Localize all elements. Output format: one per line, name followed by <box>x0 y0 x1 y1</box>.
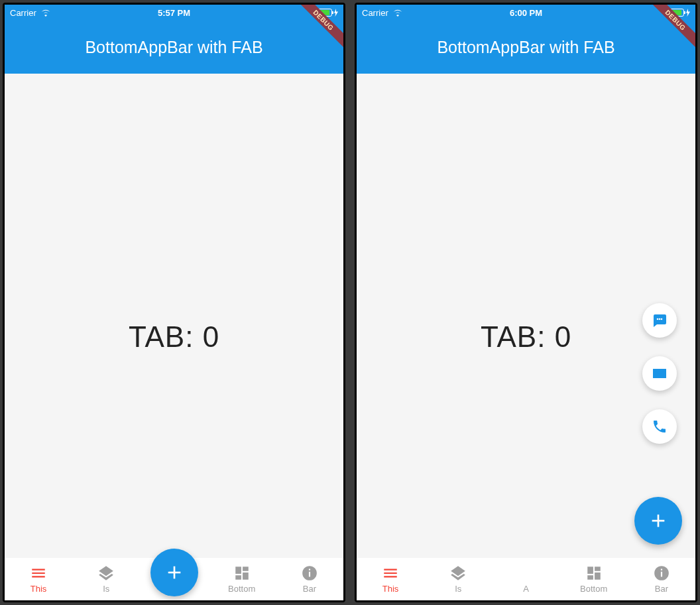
status-time: 6:00 PM <box>510 8 542 18</box>
fab-button[interactable] <box>634 497 682 545</box>
carrier-label: Carrier <box>10 8 36 18</box>
status-time: 5:57 PM <box>158 8 190 18</box>
charge-icon <box>686 9 690 17</box>
wifi-icon <box>392 9 403 17</box>
nav-item-is[interactable]: Is <box>72 565 140 594</box>
nav-label: Bar <box>303 584 316 594</box>
sms-icon <box>652 312 668 328</box>
svg-rect-1 <box>309 572 310 577</box>
nav-item-a[interactable]: A <box>492 565 559 594</box>
fab-button[interactable] <box>150 549 198 596</box>
status-bar: Carrier 6:00 PM <box>357 5 695 21</box>
app-bar-title: BottomAppBar with FAB <box>437 38 614 57</box>
svg-point-4 <box>659 318 661 320</box>
nav-item-this[interactable]: This <box>5 565 72 594</box>
nav-label: A <box>523 584 529 594</box>
nav-label: Is <box>455 584 461 594</box>
speed-dial-mail[interactable] <box>642 356 677 391</box>
menu-icon <box>382 565 399 582</box>
app-bar-title: BottomAppBar with FAB <box>85 38 262 57</box>
layers-icon <box>449 565 467 582</box>
nav-item-is[interactable]: Is <box>424 565 492 594</box>
add-icon <box>164 562 185 583</box>
add-icon <box>648 510 669 531</box>
phone-icon <box>652 419 668 435</box>
nav-label: Bottom <box>228 584 255 594</box>
nav-item-bar[interactable]: Bar <box>628 565 695 594</box>
status-bar: Carrier 5:57 PM <box>5 5 343 21</box>
body-area: TAB: 0 This Is <box>5 74 343 600</box>
svg-point-5 <box>661 318 663 320</box>
nav-label: Bar <box>655 584 668 594</box>
carrier-label: Carrier <box>362 8 388 18</box>
tab-indicator-text: TAB: 0 <box>129 320 219 354</box>
svg-rect-8 <box>661 569 662 571</box>
body-area: TAB: 0 This <box>357 74 695 600</box>
nav-item-bottom[interactable]: Bottom <box>560 565 628 594</box>
battery-indicator <box>667 9 690 17</box>
nav-item-bar[interactable]: Bar <box>276 565 343 594</box>
dashboard-icon <box>233 565 251 582</box>
svg-rect-2 <box>309 569 310 571</box>
tab-indicator-text: TAB: 0 <box>481 320 571 354</box>
svg-rect-7 <box>661 572 662 577</box>
svg-point-3 <box>657 318 659 320</box>
speed-dial-sms[interactable] <box>642 303 677 338</box>
nav-label: This <box>30 584 47 594</box>
info-icon <box>301 565 318 582</box>
phone-left: Carrier 5:57 PM DEBUG BottomAppBar with … <box>3 3 345 602</box>
battery-indicator <box>315 9 338 17</box>
app-bar: BottomAppBar with FAB <box>5 21 343 74</box>
status-carrier: Carrier <box>10 8 51 18</box>
app-bar: BottomAppBar with FAB <box>357 21 695 74</box>
nav-label: Bottom <box>580 584 607 594</box>
nav-label: This <box>382 584 399 594</box>
layers-icon <box>97 565 115 582</box>
bottom-nav: This Is A Bottom <box>357 558 695 600</box>
speed-dial-phone[interactable] <box>642 409 677 444</box>
mail-icon <box>652 366 668 381</box>
charge-icon <box>334 9 338 17</box>
status-carrier: Carrier <box>362 8 403 18</box>
menu-icon <box>30 565 47 582</box>
nav-item-this[interactable]: This <box>357 565 424 594</box>
nav-label: Is <box>103 584 109 594</box>
dashboard-icon <box>585 565 603 582</box>
nav-item-bottom[interactable]: Bottom <box>208 565 276 594</box>
wifi-icon <box>40 9 51 17</box>
info-icon <box>653 565 670 582</box>
phone-right: Carrier 6:00 PM DEBUG BottomAppBar with … <box>355 3 697 602</box>
